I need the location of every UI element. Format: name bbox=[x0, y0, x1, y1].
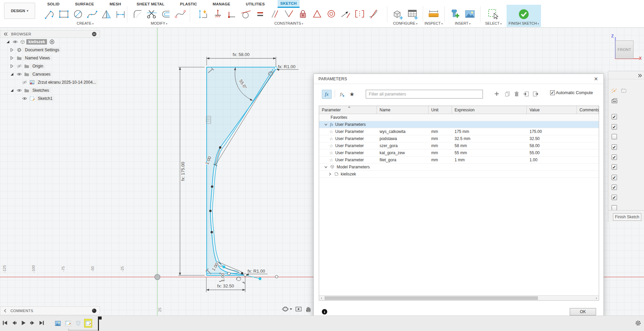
dimension-height[interactable]: fx: 175.00 bbox=[180, 162, 185, 181]
browser-item-kieliszek[interactable]: kieliszek bbox=[0, 38, 100, 46]
symmetry-constraint-icon[interactable] bbox=[311, 8, 323, 20]
line-tool-icon[interactable] bbox=[44, 8, 55, 20]
param-row-podstawa[interactable]: ☆User Parameterpodstawamm32.5 mm32.50 bbox=[319, 135, 599, 142]
sketch-point[interactable] bbox=[275, 67, 277, 70]
play-button[interactable] bbox=[20, 320, 26, 326]
insert-mcmaster-icon[interactable] bbox=[449, 8, 461, 20]
info-icon[interactable]: i bbox=[322, 309, 327, 314]
model-parameters-filter-button[interactable]: fx▴ bbox=[338, 90, 346, 98]
timeline-canvas-feature[interactable] bbox=[54, 319, 61, 327]
parameter-unit-cell[interactable]: mm bbox=[429, 129, 452, 134]
favorite-star-icon[interactable]: ☆ bbox=[329, 129, 333, 134]
parameter-value-cell[interactable]: 175.00 bbox=[527, 129, 577, 134]
origin-point[interactable] bbox=[155, 274, 160, 280]
concentric-constraint-icon[interactable] bbox=[326, 8, 337, 20]
folder-icon[interactable] bbox=[23, 71, 30, 78]
cube-doc-icon[interactable] bbox=[19, 38, 26, 46]
delete-parameter-icon[interactable] bbox=[513, 90, 520, 97]
tab-sheet-metal[interactable]: SHEET METAL bbox=[134, 0, 168, 8]
insert-menu-label[interactable]: INSERT bbox=[446, 21, 480, 25]
group-label-cell[interactable]: kieliszek bbox=[319, 171, 596, 177]
group-label-cell[interactable]: Model Parameters bbox=[319, 164, 596, 170]
collapse-comments-icon[interactable] bbox=[3, 308, 7, 313]
scroll-left-arrow[interactable]: ‹ bbox=[319, 296, 324, 300]
dimension-radius-top[interactable]: fx: R1.00 bbox=[278, 64, 295, 69]
measure-tool-icon[interactable] bbox=[428, 8, 440, 20]
spline-tool-icon[interactable] bbox=[86, 8, 98, 20]
sketch-dimension-icon[interactable] bbox=[198, 8, 209, 20]
expand-palette-icon[interactable] bbox=[637, 73, 643, 79]
step-forward-button[interactable] bbox=[29, 320, 35, 326]
favorites-label[interactable]: Favorites bbox=[319, 115, 596, 120]
scrollbar-thumb[interactable] bbox=[325, 296, 538, 300]
timeline-body-feature[interactable] bbox=[74, 319, 82, 327]
parameter-unit-cell[interactable]: mm bbox=[429, 143, 452, 148]
tab-sketch[interactable]: SKETCH bbox=[278, 0, 299, 8]
midpoint-constraint-icon[interactable] bbox=[340, 8, 351, 20]
parameter-name-cell[interactable]: filet_gora bbox=[377, 158, 429, 162]
visibility-eye-icon[interactable] bbox=[16, 71, 23, 78]
circle-tool-icon[interactable] bbox=[72, 8, 84, 20]
column-header-parameter[interactable]: Parameter bbox=[319, 106, 377, 114]
sketch-ic-icon[interactable] bbox=[28, 95, 36, 102]
palette-option-checkbox-10[interactable] bbox=[612, 205, 617, 211]
expander-closed-icon[interactable] bbox=[8, 54, 16, 62]
look-at-plane-icon[interactable] bbox=[611, 98, 618, 104]
browser-item-label[interactable]: Sketches bbox=[30, 88, 51, 93]
step-back-button[interactable] bbox=[11, 320, 17, 326]
finish-sketch-check-icon[interactable] bbox=[518, 8, 530, 20]
timeline-marker-flag[interactable] bbox=[98, 316, 102, 320]
profile-option-icon[interactable] bbox=[620, 87, 627, 94]
look-at-button[interactable] bbox=[294, 305, 303, 313]
expander-open-icon[interactable] bbox=[8, 71, 16, 78]
group-label-cell[interactable]: fxUser Parameters bbox=[319, 122, 596, 127]
param-row-szer_gora[interactable]: ☆User Parameterszer_goramm58 mm58.00 bbox=[319, 142, 599, 149]
tab-plastic[interactable]: PLASTIC bbox=[177, 0, 200, 8]
row-user-parameters[interactable]: fxUser Parameters bbox=[319, 121, 599, 128]
favorites-filter-button[interactable]: ★ bbox=[348, 90, 356, 98]
dimension-tool-icon[interactable] bbox=[115, 8, 126, 20]
browser-item-label[interactable]: Document Settings bbox=[23, 47, 61, 53]
favorite-star-icon[interactable]: ☆ bbox=[329, 136, 333, 141]
browser-item-sketches[interactable]: Sketches bbox=[0, 86, 100, 94]
parameter-expression-cell[interactable]: 58 mm bbox=[452, 143, 527, 148]
close-icon[interactable]: ✕ bbox=[593, 76, 599, 82]
param-row-kat_gora_zew[interactable]: ☆User Parameterkat_gora_zewmm55 mm55.00 bbox=[319, 149, 599, 157]
parameter-name-cell[interactable]: kat_gora_zew bbox=[377, 150, 429, 155]
parameter-expression-cell[interactable]: 1 mm bbox=[452, 158, 527, 162]
spline-handle-point[interactable] bbox=[259, 277, 261, 280]
timeline-active-sketch-feature[interactable] bbox=[84, 319, 92, 327]
param-row-wys_calkowita[interactable]: ☆User Parameterwys_calkowitamm175 mm175.… bbox=[319, 128, 599, 135]
visibility-eye-icon[interactable] bbox=[11, 38, 19, 46]
parameter-type-cell[interactable]: ☆User Parameter bbox=[319, 150, 377, 156]
expander-closed-icon[interactable] bbox=[8, 62, 16, 70]
expander-open-icon[interactable] bbox=[324, 165, 328, 169]
configure-menu-label[interactable]: CONFIGURE bbox=[388, 21, 422, 25]
spline-fit-point[interactable] bbox=[219, 146, 222, 149]
dimension-radius-bottom[interactable]: fx: R1.00 bbox=[248, 269, 265, 274]
timeline-settings-gear-icon[interactable] bbox=[635, 320, 641, 327]
folder-icon[interactable] bbox=[23, 87, 30, 94]
model-canvas[interactable]: fx: 58.00 fx: 175.00 fx: 32.50 55.0° fx:… bbox=[0, 28, 644, 315]
lock-constraint-icon[interactable] bbox=[297, 8, 309, 20]
pan-button[interactable] bbox=[304, 305, 313, 313]
column-header-value[interactable]: Value bbox=[527, 106, 577, 114]
sketch-profile-region[interactable] bbox=[207, 67, 275, 275]
finish-sketch-button[interactable]: Finish Sketch bbox=[613, 213, 641, 221]
ok-button[interactable]: OK bbox=[570, 308, 596, 315]
browser-item-document-settings[interactable]: Document Settings bbox=[0, 46, 100, 54]
browser-item-label[interactable]: kieliszek bbox=[26, 39, 47, 45]
folder-icon[interactable] bbox=[16, 54, 23, 62]
dimension-base-width[interactable]: fx: 32.50 bbox=[217, 283, 234, 288]
palette-option-checkbox-5[interactable]: ✓ bbox=[612, 155, 617, 160]
sketch-point[interactable] bbox=[228, 272, 230, 275]
equal-constraint-icon[interactable] bbox=[255, 8, 266, 20]
row-model-parameters[interactable]: Model Parameters bbox=[319, 164, 599, 171]
spline-fit-point[interactable] bbox=[209, 210, 212, 212]
visibility-eye-icon[interactable] bbox=[21, 95, 28, 102]
browser-item-canvases[interactable]: Canvases bbox=[0, 70, 100, 78]
expander-closed-icon[interactable] bbox=[8, 46, 16, 54]
timeline-sketch-feature[interactable] bbox=[64, 319, 72, 327]
sketch-point[interactable] bbox=[244, 274, 247, 276]
browser-item-named-views[interactable]: Named Views bbox=[0, 54, 100, 62]
